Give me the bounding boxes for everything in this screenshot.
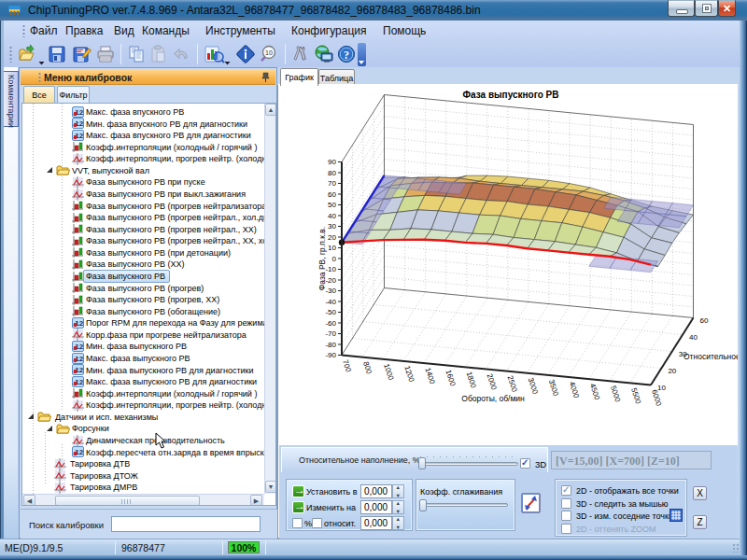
svg-text:-40: -40 — [325, 298, 336, 306]
svg-text:-90: -90 — [325, 351, 336, 359]
svg-text:20: 20 — [328, 233, 336, 242]
svg-text:?: ? — [344, 49, 349, 62]
svg-text:40: 40 — [328, 212, 336, 220]
svg-text:-60: -60 — [325, 319, 336, 328]
svg-text:-70: -70 — [325, 329, 336, 338]
svg-text:10: 10 — [265, 49, 273, 56]
svg-text:40: 40 — [689, 333, 698, 342]
svg-text:90: 90 — [328, 158, 336, 166]
svg-text:80: 80 — [328, 169, 336, 177]
svg-text:Обороты, об/мин: Обороты, об/мин — [461, 394, 525, 403]
svg-text:-10: -10 — [325, 265, 336, 273]
svg-text:20: 20 — [668, 367, 676, 375]
svg-text:Фаза РВ, гр.п.к.в.: Фаза РВ, гр.п.к.в. — [317, 227, 327, 290]
svg-text:0: 0 — [332, 255, 337, 263]
svg-text:Фаза выпускного РВ: Фаза выпускного РВ — [463, 90, 559, 100]
svg-text:-80: -80 — [325, 341, 336, 349]
svg-text:30: 30 — [328, 222, 336, 231]
svg-text:50: 50 — [328, 201, 336, 209]
svg-text:-30: -30 — [325, 287, 336, 295]
svg-text:60: 60 — [700, 316, 709, 325]
svg-text:-50: -50 — [325, 308, 336, 316]
svg-text:Относительное н: Относительное н — [684, 352, 738, 361]
svg-text:10: 10 — [657, 384, 666, 392]
svg-text:60: 60 — [328, 190, 336, 199]
svg-text:-20: -20 — [325, 276, 336, 285]
svg-text:70: 70 — [328, 179, 336, 188]
svg-text:10: 10 — [328, 244, 336, 252]
